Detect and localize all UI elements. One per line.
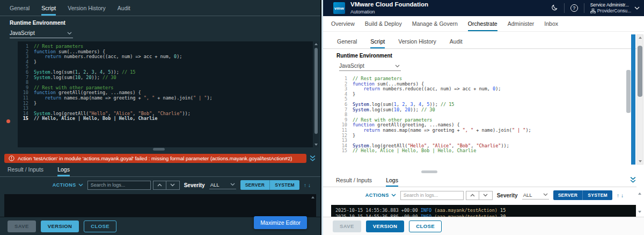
code-line[interactable]: 3 return numbers.reduce((acc, num) => ac… [18, 54, 313, 60]
previous-match-button[interactable] [466, 191, 479, 200]
user-menu[interactable]: Service Administr... ProviderConsu... [590, 2, 631, 13]
code-line[interactable]: 12} [18, 101, 313, 106]
next-match-button[interactable] [166, 181, 180, 190]
tab-general[interactable]: General [10, 5, 30, 16]
tab-general[interactable]: General [337, 38, 357, 48]
close-button[interactable]: CLOSE [84, 220, 116, 232]
save-button[interactable]: SAVE [8, 220, 36, 232]
nav-tab-inbox[interactable]: Inbox [544, 20, 558, 31]
code-line[interactable]: 4} [18, 60, 313, 65]
sort-order-buttons: ↑ ↓ [304, 182, 311, 188]
server-toggle-button[interactable]: SERVER [553, 190, 583, 200]
maximize-editor-button[interactable]: Maximize Editor [254, 216, 307, 229]
tab-logs[interactable]: Logs [57, 166, 70, 176]
sort-descending-icon[interactable]: ↓ [308, 182, 311, 188]
actions-label: ACTIONS [365, 193, 389, 198]
previous-match-button[interactable] [153, 181, 166, 190]
app-root: GeneralScriptVersion HistoryAudit Runtim… [0, 0, 644, 235]
scroll-down-arrow-icon[interactable] [638, 211, 641, 213]
editor-tabs-light: GeneralScriptVersion HistoryAudit [323, 32, 636, 49]
code-text: System.log(sum(10, 20)); // 30 [28, 75, 116, 81]
sort-ascending-icon[interactable]: ↑ [304, 182, 306, 188]
scroll-down-arrow-icon[interactable] [314, 144, 318, 146]
user-menu-chevron-icon[interactable] [634, 6, 640, 10]
code-text: } [28, 60, 36, 65]
search-logs-input[interactable] [400, 191, 464, 200]
editor-horizontal-scrollbar[interactable] [18, 148, 313, 151]
breakpoint-indicator[interactable] [6, 119, 10, 123]
nav-tab-overview[interactable]: Overview [331, 20, 355, 31]
help-icon: ? [570, 4, 578, 12]
error-alert: Action 'testAction' in module 'actions.m… [4, 154, 306, 163]
sort-descending-icon[interactable]: ↓ [621, 193, 624, 198]
version-button[interactable]: VERSION [41, 220, 79, 232]
tab-version-history[interactable]: Version History [398, 38, 436, 48]
actions-dropdown[interactable]: ACTIONS [53, 182, 83, 188]
help-button[interactable]: ? [570, 4, 578, 12]
search-nav-group [466, 191, 493, 200]
code-line[interactable]: 11 return names.map(name => greeting + "… [18, 96, 313, 101]
nav-tab-orchestrate[interactable]: Orchestrate [468, 20, 497, 31]
tab-script[interactable]: Script [41, 5, 56, 16]
code-text: } [347, 133, 355, 139]
editor-scrollbar-thumb[interactable] [626, 70, 631, 113]
scroll-up-arrow-icon[interactable] [314, 43, 318, 45]
code-line[interactable]: 15// Hello, Alice | Hello, Bob | Hello, … [336, 148, 626, 154]
panel-scrollbar-blue[interactable] [631, 34, 635, 165]
code-line[interactable]: 7System.log(sum(10, 20)); // 30 [336, 108, 626, 113]
error-message-text: Action 'testAction' in module 'actions.m… [18, 155, 292, 161]
severity-select[interactable]: ALL [522, 191, 549, 200]
search-logs-input[interactable] [87, 181, 151, 190]
server-toggle-button[interactable]: SERVER [240, 180, 270, 190]
system-toggle-button[interactable]: SYSTEM [582, 190, 612, 200]
result-tabs-light: Result / InputsLogs [323, 174, 636, 187]
tab-result-inputs[interactable]: Result / Inputs [8, 166, 43, 176]
dark-mode-toggle[interactable] [551, 4, 558, 12]
scrollbar-thumb[interactable] [314, 48, 318, 134]
code-line[interactable]: 4} [336, 92, 626, 97]
nav-tab-build-deploy[interactable]: Build & Deploy [365, 20, 402, 31]
code-line[interactable]: 11 return names.map(name => greeting + "… [336, 128, 626, 133]
close-button[interactable]: CLOSE [409, 220, 442, 232]
runtime-environment-label: Runtime Environment [336, 53, 644, 59]
tab-script[interactable]: Script [370, 38, 385, 48]
scroll-up-arrow-icon[interactable] [639, 37, 642, 39]
actions-dropdown[interactable]: ACTIONS [365, 193, 396, 198]
severity-select[interactable]: ALL [209, 181, 236, 189]
collapse-double-chevron-icon[interactable] [630, 176, 636, 183]
code-line[interactable]: 12} [336, 133, 626, 139]
code-area-dark[interactable]: 1// Rest parameters2function sum(...numb… [18, 41, 313, 147]
runtime-environment-select[interactable]: JavaScript [10, 28, 73, 38]
collapse-double-chevron-icon[interactable] [309, 155, 316, 162]
line-number: 15 [18, 116, 28, 122]
code-text: // Hello, Alice | Hello, Bob | Hello, Ch… [28, 116, 157, 122]
nav-tab-manage-govern[interactable]: Manage & Govern [412, 20, 458, 31]
tab-audit[interactable]: Audit [118, 5, 130, 16]
tab-logs[interactable]: Logs [386, 177, 398, 187]
save-button[interactable]: SAVE [333, 220, 361, 232]
next-match-button[interactable] [479, 191, 493, 200]
scrollbar-thumb[interactable] [421, 170, 437, 173]
editor-vertical-scrollbar[interactable] [313, 41, 319, 147]
code-area-light[interactable]: 1// Rest parameters2function sum(...numb… [336, 74, 626, 169]
runtime-environment-select[interactable]: JavaScript [339, 61, 401, 71]
scrollbar-thumb[interactable] [153, 148, 165, 151]
scroll-up-arrow-icon[interactable] [311, 196, 314, 198]
scrollbar-thumb[interactable] [638, 46, 642, 97]
code-line[interactable]: 7System.log(sum(10, 20)); // 30 [18, 75, 313, 81]
version-button[interactable]: VERSION [366, 220, 405, 232]
system-toggle-button[interactable]: SYSTEM [269, 180, 299, 190]
chevron-down-icon [395, 65, 400, 68]
code-line[interactable]: 15// Hello, Alice | Hello, Bob | Hello, … [18, 116, 313, 122]
tab-result-inputs[interactable]: Result / Inputs [336, 177, 372, 187]
code-text: // Hello, Alice | Hello, Bob | Hello, Ch… [347, 148, 476, 154]
sort-ascending-icon[interactable]: ↑ [617, 193, 619, 198]
tab-version-history[interactable]: Version History [68, 5, 106, 16]
scroll-up-arrow-icon[interactable] [638, 193, 641, 195]
tab-audit[interactable]: Audit [450, 38, 463, 48]
scroll-down-arrow-icon[interactable] [639, 160, 642, 162]
runtime-environment-section: Runtime Environment JavaScript [323, 49, 644, 71]
nav-tab-administer[interactable]: Administer [508, 20, 535, 31]
page-scrollbar[interactable] [636, 34, 643, 165]
code-line[interactable]: 3 return numbers.reduce((acc, num) => ac… [336, 87, 626, 92]
